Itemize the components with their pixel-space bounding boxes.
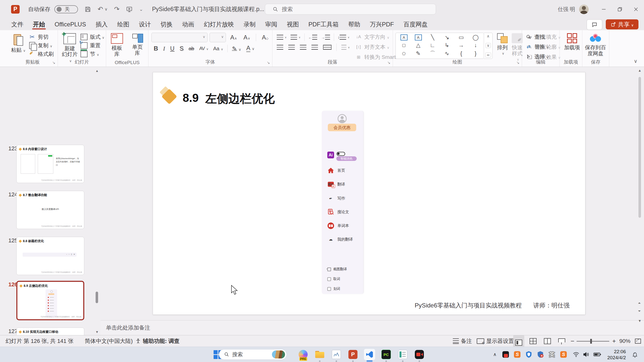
paragraph-dialog-launcher-icon[interactable]: ↘ <box>387 60 390 65</box>
scrollbar-thumb[interactable] <box>638 77 641 218</box>
line-shape-icon[interactable]: ╲ <box>431 34 434 41</box>
quick-access-overflow-button[interactable]: ⌄ <box>139 7 143 12</box>
tab-pdf-toolbox[interactable]: PDF工具箱 <box>304 18 343 30</box>
down-arrow-shape-icon[interactable]: ↓ <box>474 42 477 49</box>
scroll-up-icon[interactable]: ▲ <box>638 68 641 72</box>
tray-ime-indicator[interactable]: 英 <box>547 349 556 360</box>
align-center-button[interactable] <box>287 43 297 51</box>
section-button[interactable]: 节 <box>80 50 104 58</box>
comments-button[interactable] <box>587 19 602 30</box>
tab-home[interactable]: 开始 <box>28 18 50 30</box>
save-to-baidu-button[interactable]: 保存到百度网盘 <box>584 33 607 57</box>
italic-button[interactable]: I <box>161 45 167 52</box>
recorder-app-button[interactable] <box>414 349 425 360</box>
search-box[interactable]: 搜索 <box>265 4 436 15</box>
undo-button[interactable]: ↶ <box>98 5 108 13</box>
underline-button[interactable]: U <box>168 45 177 52</box>
freeform-shape-icon[interactable]: ⬠ <box>402 51 406 56</box>
slideshow-from-start-button[interactable] <box>126 6 133 13</box>
arc-shape-icon[interactable]: ⌒ <box>430 50 435 57</box>
tab-review[interactable]: 审阅 <box>260 18 282 30</box>
scroll-down-icon[interactable]: ▼ <box>638 319 641 323</box>
curve-shape-icon[interactable]: ∿ <box>445 50 449 57</box>
gallery-more-icon[interactable]: ≂ <box>485 53 491 58</box>
font-dialog-launcher-icon[interactable]: ↘ <box>267 60 270 65</box>
clipboard-dialog-launcher-icon[interactable]: ↘ <box>52 60 55 65</box>
vscode-button[interactable] <box>364 349 375 360</box>
rounded-rectangle-shape-icon[interactable]: ▢ <box>402 43 406 48</box>
template-library-button[interactable]: 模板库 <box>108 33 126 58</box>
notes-pane[interactable]: 单击此处添加备注 <box>101 320 644 336</box>
clear-formatting-button[interactable]: A◇ <box>260 34 271 41</box>
fit-slide-button[interactable] <box>635 335 641 347</box>
tab-officeplus[interactable]: OfficePLUS <box>50 18 91 30</box>
single-page-library-button[interactable]: 单页库 <box>128 33 147 57</box>
slide-thumbnail-123[interactable]: 8.6 内容窗口设计 使用QStackedWidget，当点击列表项时，切换不同… <box>16 145 84 183</box>
line-spacing-button[interactable]: ↕ <box>336 33 351 41</box>
user-avatar[interactable] <box>579 5 589 14</box>
align-left-button[interactable] <box>275 43 285 51</box>
zoom-slider[interactable] <box>577 335 609 347</box>
tray-defender-alert-icon[interactable] <box>536 349 545 360</box>
monitor-app-button[interactable] <box>331 349 342 360</box>
oval-shape-icon[interactable]: ◯ <box>472 34 479 41</box>
zoom-in-button[interactable]: + <box>612 335 616 347</box>
justify-button[interactable] <box>310 43 320 51</box>
zoom-slider-thumb[interactable] <box>590 339 592 344</box>
decrease-indent-button[interactable]: ← <box>307 33 319 41</box>
slide-sorter-view-button[interactable] <box>530 335 537 347</box>
pycharm-button[interactable]: PC <box>381 349 392 360</box>
gallery-down-icon[interactable]: ∨ <box>486 43 491 48</box>
zoom-out-button[interactable]: − <box>571 335 574 347</box>
replace-button[interactable]: ⇄ 替换 <box>525 42 558 51</box>
volume-icon[interactable] <box>582 349 591 360</box>
align-right-button[interactable] <box>298 43 308 51</box>
shape-gallery[interactable]: A A ╲ ↘ ▭ ◯ ▢ △ ∟ ↳ → ↓ ⬠ ✎ ⌒ <box>395 33 484 59</box>
triangle-shape-icon[interactable]: △ <box>416 42 420 49</box>
minimize-button[interactable] <box>596 0 612 18</box>
addins-button[interactable]: 加载项 <box>561 33 583 51</box>
tab-draw[interactable]: 绘图 <box>112 18 134 30</box>
tab-transitions[interactable]: 切换 <box>156 18 177 30</box>
tab-baidu-netdisk[interactable]: 百度网盘 <box>399 18 432 30</box>
numbering-button[interactable] <box>289 33 302 41</box>
change-case-button[interactable]: Aa <box>211 46 226 52</box>
copy-button[interactable]: 复制 <box>29 41 54 50</box>
powerpoint-logo-icon[interactable]: P <box>11 5 20 14</box>
tray-expand-button[interactable]: ∧ <box>491 349 499 360</box>
powerpoint-taskbar-button[interactable]: P <box>347 349 358 360</box>
tray-pc-manager-icon[interactable] <box>524 349 533 360</box>
slide-thumbnail-125[interactable]: 8.8 标题栏优化 ▫ − ▯ ✕ PySide6零基础入门与项目实战视频教程讲… <box>16 237 84 275</box>
sidebar-mockup-image[interactable]: 会员优惠 Ai 智能润色 首页 En 翻译 ✒ 写作 搜论文 单词本 ☁ 我的翻… <box>322 111 364 294</box>
slide-thumbnail-127[interactable]: 8.10 实现无边框窗口移动 if self.mouse_press_regio… <box>16 328 84 335</box>
right-brace-shape-icon[interactable]: } <box>475 50 476 57</box>
bullets-button[interactable] <box>275 33 288 41</box>
textbox-horizontal-icon[interactable]: A <box>400 34 408 40</box>
left-brace-shape-icon[interactable]: { <box>460 50 462 57</box>
next-slide-icon[interactable]: ⏷ <box>638 309 641 313</box>
close-button[interactable] <box>628 0 644 18</box>
share-button[interactable]: 共享 <box>606 19 638 29</box>
battery-icon[interactable]: ϟ <box>592 349 602 360</box>
copilot-button[interactable]: PRE <box>298 349 309 360</box>
tab-insert[interactable]: 插入 <box>91 18 112 30</box>
file-explorer-button[interactable] <box>314 349 325 360</box>
slide-title[interactable]: 8.9 左侧边栏优化 <box>183 91 275 107</box>
tray-recorder-icon[interactable] <box>501 349 510 360</box>
textbox-vertical-icon[interactable]: A <box>415 34 422 40</box>
layout-button[interactable]: 版式 <box>80 33 104 41</box>
editor-scrollbar[interactable]: ▲ ⏶ ⏷ ▼ <box>636 67 643 335</box>
slide-canvas[interactable]: 8.9 左侧边栏优化 PySide6零基础入门与项目实战视频教程 讲师：明仕强 <box>153 72 585 315</box>
decrease-font-button[interactable]: A∨ <box>241 34 253 41</box>
shape-gallery-scroll[interactable]: ∧ ∨ ≂ <box>484 33 493 59</box>
format-painter-button[interactable]: 格式刷 <box>29 50 54 58</box>
tab-record[interactable]: 录制 <box>239 18 260 30</box>
text-shadow-button[interactable]: S <box>177 45 186 52</box>
gallery-up-icon[interactable]: ∧ <box>487 34 490 38</box>
arrow-shape-icon[interactable]: ↘ <box>445 34 449 41</box>
collapse-ribbon-icon[interactable]: ∨ <box>634 58 637 64</box>
tab-design[interactable]: 设计 <box>134 18 156 30</box>
reset-button[interactable]: 重置 <box>80 41 104 50</box>
arrange-button[interactable]: 排列 <box>495 33 510 56</box>
font-color-button[interactable]: A <box>244 45 257 52</box>
